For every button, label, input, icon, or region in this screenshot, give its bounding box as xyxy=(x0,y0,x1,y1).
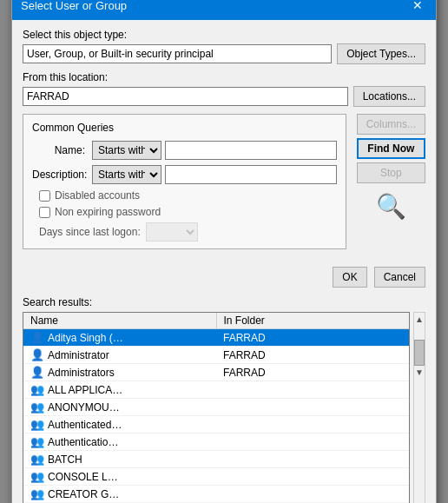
name-text: Authenticated… xyxy=(48,419,122,431)
table-row[interactable]: 👥 Authenticatio… xyxy=(23,434,409,451)
queries-section: Common Queries Name: Starts with Is exac… xyxy=(23,114,425,258)
right-buttons: Columns... Find Now Stop 🔍 xyxy=(357,114,425,258)
location-input[interactable] xyxy=(23,87,348,106)
scrollbar-thumb[interactable] xyxy=(414,340,425,366)
object-type-input[interactable] xyxy=(23,44,332,63)
user-icon: 👥 xyxy=(30,418,44,431)
user-icon: 👤 xyxy=(30,348,44,361)
name-text: Authenticatio… xyxy=(48,436,118,448)
description-query-input[interactable] xyxy=(165,165,337,184)
common-queries-box: Common Queries Name: Starts with Is exac… xyxy=(23,114,346,249)
disabled-accounts-checkbox[interactable] xyxy=(39,190,50,202)
table-row[interactable]: 👤 Aditya Singh (… FARRAD xyxy=(23,329,409,347)
folder-cell: FARRAD xyxy=(216,330,409,346)
name-text: Administrators xyxy=(48,367,115,379)
dialog-body: Select this object type: Object Types...… xyxy=(12,20,436,503)
user-icon: 👥 xyxy=(30,487,44,500)
select-user-group-dialog: Select User or Group ✕ Select this objec… xyxy=(11,0,437,503)
user-icon: 👤 xyxy=(30,366,44,379)
object-type-row: Object Types... xyxy=(23,43,425,64)
col-folder: In Folder xyxy=(217,313,410,328)
name-text: Administrator xyxy=(48,349,109,361)
col-name: Name xyxy=(23,313,217,328)
folder-cell xyxy=(216,458,409,461)
scroll-up-icon[interactable]: ▲ xyxy=(415,313,424,326)
name-cell: 👤 Administrators xyxy=(23,364,216,381)
description-label: Description: xyxy=(32,169,89,181)
name-cell: 👥 CREATOR G… xyxy=(23,486,216,502)
disabled-accounts-label: Disabled accounts xyxy=(55,189,140,202)
title-bar: Select User or Group ✕ xyxy=(12,0,436,20)
name-cell: 👥 Authenticatio… xyxy=(23,434,216,450)
search-icon: 🔍 xyxy=(357,192,425,221)
results-table: Name In Folder 👤 Aditya Singh (… FARRAD … xyxy=(23,312,410,503)
folder-cell xyxy=(216,406,409,409)
name-cell: 👤 Aditya Singh (… xyxy=(23,329,216,346)
location-row: Locations... xyxy=(23,86,425,107)
name-cell: 👥 ALL APPLICA… xyxy=(23,381,216,398)
search-results-label: Search results: xyxy=(23,296,425,308)
days-row: Days since last logon: xyxy=(32,222,337,242)
days-label: Days since last logon: xyxy=(39,226,141,238)
name-filter-select[interactable]: Starts with Is exactly xyxy=(92,141,161,160)
columns-button[interactable]: Columns... xyxy=(357,114,425,135)
name-text: BATCH xyxy=(48,453,82,466)
name-text: CREATOR G… xyxy=(48,488,119,500)
object-type-label: Select this object type: xyxy=(23,29,425,41)
name-cell: 👥 BATCH xyxy=(23,451,216,467)
results-area: Name In Folder 👤 Aditya Singh (… FARRAD … xyxy=(23,312,425,503)
user-icon: 👥 xyxy=(30,400,44,414)
table-row[interactable]: 👥 CONSOLE L… xyxy=(23,468,409,486)
folder-cell xyxy=(216,423,409,427)
name-text: ALL APPLICA… xyxy=(48,384,122,396)
non-expiring-checkbox[interactable] xyxy=(39,207,50,218)
table-body: 👤 Aditya Singh (… FARRAD 👤 Administrator… xyxy=(23,329,409,503)
name-text: CONSOLE L… xyxy=(48,471,118,483)
table-row[interactable]: 👤 Administrator FARRAD xyxy=(23,347,409,364)
name-text: ANONYMOU… xyxy=(48,401,120,414)
description-query-row: Description: Starts with Is exactly xyxy=(32,165,337,184)
ok-cancel-row: OK Cancel xyxy=(23,267,425,288)
table-row[interactable]: 👤 Administrators FARRAD xyxy=(23,364,409,381)
folder-cell: FARRAD xyxy=(216,365,409,381)
table-row[interactable]: 👥 ANONYMOU… xyxy=(23,399,409,416)
days-select[interactable] xyxy=(146,222,198,242)
folder-cell: FARRAD xyxy=(216,347,409,363)
non-expiring-label: Non expiring password xyxy=(55,206,161,218)
user-icon: 👥 xyxy=(30,453,44,466)
ok-button[interactable]: OK xyxy=(333,267,366,288)
folder-cell xyxy=(216,493,409,496)
folder-cell xyxy=(216,475,409,479)
name-cell: 👥 ANONYMOU… xyxy=(23,399,216,415)
name-label: Name: xyxy=(32,144,89,156)
user-icon: 👥 xyxy=(30,383,44,396)
table-row[interactable]: 👥 Authenticated… xyxy=(23,416,409,434)
cancel-button[interactable]: Cancel xyxy=(374,267,425,288)
name-query-input[interactable] xyxy=(165,141,337,160)
locations-button[interactable]: Locations... xyxy=(353,86,425,107)
non-expiring-row: Non expiring password xyxy=(32,206,337,218)
scrollbar[interactable]: ▲ ▼ xyxy=(413,312,425,503)
table-row[interactable]: 👥 BATCH xyxy=(23,451,409,468)
object-types-button[interactable]: Object Types... xyxy=(337,43,425,64)
common-queries-title: Common Queries xyxy=(32,122,337,134)
disabled-accounts-row: Disabled accounts xyxy=(32,189,337,202)
folder-cell xyxy=(216,440,409,444)
name-cell: 👤 Administrator xyxy=(23,347,216,363)
table-row[interactable]: 👥 ALL APPLICA… xyxy=(23,381,409,399)
table-row[interactable]: 👥 CREATOR G… xyxy=(23,486,409,503)
folder-cell xyxy=(216,388,409,392)
description-filter-select[interactable]: Starts with Is exactly xyxy=(92,165,161,184)
scroll-down-icon[interactable]: ▼ xyxy=(415,366,424,379)
name-text: Aditya Singh (… xyxy=(48,332,123,344)
name-cell: 👥 CONSOLE L… xyxy=(23,468,216,485)
dialog-title: Select User or Group xyxy=(21,0,127,12)
name-query-row: Name: Starts with Is exactly xyxy=(32,141,337,160)
user-icon: 👥 xyxy=(30,470,44,483)
table-header: Name In Folder xyxy=(23,313,409,329)
user-icon: 👥 xyxy=(30,435,44,448)
find-now-button[interactable]: Find Now xyxy=(357,138,425,159)
stop-button[interactable]: Stop xyxy=(357,162,425,183)
location-label: From this location: xyxy=(23,71,425,83)
close-button[interactable]: ✕ xyxy=(408,0,427,15)
